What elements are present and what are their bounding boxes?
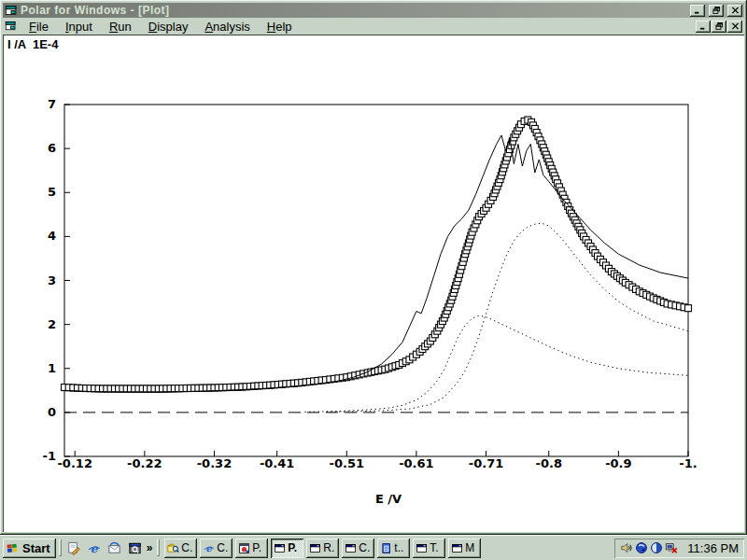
menu-input[interactable]: Input [57, 19, 101, 35]
axes-box [64, 105, 688, 456]
tray-clock[interactable]: 11:36 PM [687, 541, 739, 555]
minimize-button[interactable] [690, 5, 705, 17]
x-tick-label: -0.22 [127, 456, 162, 470]
x-axis-title: E /V [375, 492, 402, 506]
tray-icons [620, 541, 678, 554]
taskbar-grip[interactable] [59, 539, 62, 556]
titlebar: Polar for Windows - [Plot] [3, 3, 744, 18]
quicklaunch-overflow-chevron[interactable]: » [145, 543, 155, 553]
taskbar-button-label: M [465, 541, 474, 554]
window-icon [274, 542, 286, 554]
menu-help[interactable]: Help [259, 19, 301, 35]
blue-app-2-icon[interactable] [650, 541, 663, 554]
window-title: Polar for Windows - [Plot] [21, 4, 686, 17]
taskbar-button-label: C. [359, 541, 370, 554]
x-tick-label: -0.9 [605, 456, 631, 470]
x-tick-label: -0.71 [469, 456, 503, 470]
x-tick-label: -0.32 [197, 456, 232, 470]
window-icon [416, 542, 428, 554]
taskbar-button-label: P. [288, 541, 297, 554]
menu-bar: FileInputRunDisplayAnalysisHelp [3, 18, 744, 35]
y-tick-label: 1 [48, 361, 56, 375]
outlook-express-icon [107, 541, 121, 555]
volume-icon[interactable] [620, 541, 633, 554]
y-tick-label: -1 [43, 449, 56, 463]
y-tick-label: 0 [48, 405, 56, 419]
window-icon [451, 542, 463, 554]
x-tick-label: -0.51 [330, 456, 364, 470]
mdi-child-icon[interactable] [5, 21, 17, 32]
quicklaunch-internet-explorer[interactable]: e [85, 539, 104, 557]
windows-logo-icon [6, 541, 20, 554]
taskbar-button-label: P. [252, 541, 261, 554]
taskbar-button-label: t.. [394, 541, 403, 554]
plot-client-area: I /A 1E-4 -0.12-0.22-0.32-0.41-0.51-0.61… [3, 35, 744, 532]
taskbar-window-buttons: C.eC.P.P.R.C.t..T.M [164, 539, 481, 558]
series-2 [326, 223, 688, 412]
quicklaunch-show-desktop[interactable] [64, 539, 83, 557]
quick-launch-bar: e [64, 539, 145, 557]
x-tick-label: -0.8 [536, 456, 562, 470]
notepad-icon [380, 542, 392, 554]
taskbar-button-label: C. [181, 541, 192, 554]
x-tick-label: -0.41 [260, 456, 294, 470]
show-desktop-icon [66, 541, 80, 555]
mdi-close-button[interactable] [727, 21, 742, 33]
taskbar-button-1[interactable]: eC. [200, 539, 233, 558]
y-tick-label: 6 [48, 141, 56, 155]
x-tick-label: -0.61 [399, 456, 433, 470]
menu-bar-items: FileInputRunDisplayAnalysisHelp [21, 19, 695, 35]
y-tick-label: 4 [48, 229, 56, 243]
y-tick-label: 2 [48, 317, 56, 331]
mdi-restore-button[interactable] [712, 21, 726, 33]
menu-display[interactable]: Display [140, 19, 197, 35]
taskbar-button-7[interactable]: T. [413, 539, 445, 558]
menu-run[interactable]: Run [101, 19, 140, 35]
app-icon [238, 542, 250, 554]
x-tick-label: -1. [679, 456, 697, 470]
internet-explorer-icon: e [203, 542, 215, 554]
quicklaunch-outlook-express[interactable] [106, 539, 124, 557]
y-tick-label: 5 [48, 185, 56, 199]
viewer-icon [128, 541, 142, 555]
app-window-icon[interactable] [5, 5, 18, 17]
taskbar-button-label: R. [323, 541, 334, 554]
series-0 [62, 117, 692, 392]
taskbar-button-2[interactable]: P. [235, 539, 268, 558]
window-icon [345, 542, 357, 554]
network-offline-icon[interactable] [665, 541, 678, 554]
voltammogram-plot: -0.12-0.22-0.32-0.41-0.51-0.61-0.71-0.8-… [4, 35, 745, 533]
system-tray: 11:36 PM [614, 539, 744, 558]
quicklaunch-viewer[interactable] [126, 539, 145, 557]
svg-text:e: e [91, 541, 99, 554]
series-3 [305, 315, 689, 412]
menu-analysis[interactable]: Analysis [196, 19, 258, 35]
app-window: Polar for Windows - [Plot] FileInputRunD… [0, 0, 747, 535]
y-tick-label: 7 [48, 97, 56, 111]
blue-app-1-icon[interactable] [635, 541, 648, 554]
taskbar-button-3[interactable]: P. [271, 539, 303, 558]
internet-explorer-icon: e [87, 541, 101, 555]
close-button[interactable] [727, 5, 742, 17]
taskbar-button-4[interactable]: R. [306, 539, 339, 558]
taskbar-button-5[interactable]: C. [342, 539, 374, 558]
series-1 [64, 135, 688, 392]
taskbar-button-8[interactable]: M [448, 539, 481, 558]
taskbar-button-label: C. [217, 541, 228, 554]
mdi-minimize-button[interactable] [696, 21, 711, 33]
y-tick-label: 3 [48, 273, 56, 287]
x-tick-label: -0.12 [57, 456, 92, 470]
taskbar-button-label: T. [430, 541, 438, 554]
taskbar: Start e » C.eC.P.P.R.C.t..T.M 11:36 PM [0, 535, 747, 560]
menu-file[interactable]: File [21, 19, 57, 35]
taskbar-grip-2[interactable] [157, 539, 160, 556]
taskbar-button-0[interactable]: C. [164, 539, 197, 558]
start-label: Start [22, 541, 50, 555]
taskbar-button-6[interactable]: t.. [377, 539, 410, 558]
start-button[interactable]: Start [3, 539, 56, 558]
restore-button[interactable] [709, 5, 724, 17]
folder-search-icon [167, 542, 179, 554]
window-icon [309, 542, 321, 554]
